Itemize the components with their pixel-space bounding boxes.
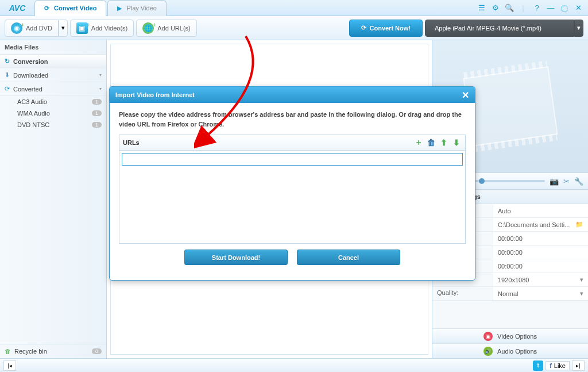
dialog-body: Please copy the video address from brows… [110,103,475,280]
sidebar: Media Files ↻ Conversion ⬇ Downloaded ▾ … [0,40,107,358]
video-options-icon: ▣ [483,332,493,341]
move-up-icon[interactable]: ⬆ [439,137,449,148]
count-badge: 0 [92,348,102,354]
video-icon: ▣+ [76,22,88,34]
urls-label: URLs [123,139,140,146]
count-badge: 1 [92,110,102,116]
url-input[interactable] [122,154,462,165]
sub-label: WMA Audio [17,110,50,117]
add-dvd-button[interactable]: ◉+ Add DVD [5,20,59,37]
sidebar-sub-wma[interactable]: WMA Audio 1 [0,108,106,119]
sidebar-conversion-label: Conversion [13,58,48,65]
snapshot-icon[interactable]: 📷 [550,177,559,186]
titlebar: AVC ⟳ Convert Video ▶ Play Video ☰ ⚙ 🔍 |… [0,0,588,16]
refresh-icon: ⟳ [361,24,366,32]
sidebar-item-conversion[interactable]: ↻ Conversion [0,55,106,68]
add-urls-label: Add URL(s) [157,25,190,32]
import-url-dialog: Import Video from Internet ✕ Please copy… [109,86,475,281]
minimize-icon[interactable]: — [546,3,556,13]
url-list-box: URLs ＋ 🗑 ⬆ ⬇ [119,135,466,244]
start-download-button[interactable]: Start Download! [184,250,288,265]
convert-icon: ⟳ [5,85,10,93]
quality-label: Quality: [432,287,493,300]
dialog-actions: Start Download! Cancel [119,244,466,273]
sidebar-sub-ac3[interactable]: AC3 Audio 1 [0,96,106,108]
setting-value-auto[interactable]: Auto [493,204,588,217]
sidebar-header: Media Files [0,40,106,55]
tool-icon[interactable]: 🔧 [574,177,583,186]
list-icon[interactable]: ☰ [477,3,487,13]
tab-convert-label: Convert Video [54,5,96,11]
play-icon: ▶ [117,5,122,12]
panel-toggle-left[interactable]: |◂ [3,361,16,371]
convert-icon: ⟳ [44,5,49,12]
dialog-description: Please copy the video address from brows… [119,110,466,129]
url-input-wrapper [122,153,463,166]
trash-icon: 🗑 [5,348,11,355]
tab-play-label: Play Video [126,5,156,11]
disc-icon: ◉+ [11,22,22,34]
help-icon[interactable]: ? [532,3,542,13]
move-down-icon[interactable]: ⬇ [451,137,462,148]
add-urls-button[interactable]: 🌐+ Add URL(s) [136,20,196,37]
sidebar-recycle-bin[interactable]: 🗑 Recycle bin 0 [0,344,106,358]
dialog-titlebar: Import Video from Internet ✕ [110,87,475,103]
dialog-close-icon[interactable]: ✕ [462,90,469,101]
setting-value-quality[interactable]: Normal [493,287,588,300]
filmstrip-icon [463,66,558,147]
settings-row-quality: Quality:Normal [432,287,588,301]
facebook-icon: f [550,362,552,369]
recycle-label: Recycle bin [14,348,47,355]
sidebar-converted-label: Converted [13,86,42,93]
cancel-button[interactable]: Cancel [297,250,400,265]
separator: | [518,3,528,13]
output-profile-button[interactable]: Apple iPad Air MPEG-4 Movie (*.mp4) [425,20,574,37]
video-options-button[interactable]: ▣ Video Options [432,328,588,343]
chevron-down-icon: ▾ [99,86,102,91]
tab-play-video[interactable]: ▶ Play Video [107,0,166,16]
settings-icon[interactable]: ⚙ [490,3,501,13]
sidebar-downloaded-label: Downloaded [13,72,48,79]
sidebar-sub-dvd[interactable]: DVD NTSC 1 [0,119,106,131]
dialog-title-text: Import Video from Internet [115,91,195,98]
delete-url-icon[interactable]: 🗑 [426,137,436,148]
facebook-like-button[interactable]: f Like [546,361,570,370]
like-label: Like [554,362,566,369]
audio-options-button[interactable]: 🔊 Audio Options [432,343,588,358]
search-icon[interactable]: 🔍 [504,3,514,13]
video-options-label: Video Options [497,333,537,340]
status-bar: |◂ t f Like ▸| [0,358,588,372]
setting-value-path[interactable]: C:\Documents and Setti...📁 [493,218,588,231]
sidebar-item-downloaded[interactable]: ⬇ Downloaded ▾ [0,68,106,82]
panel-toggle-right[interactable]: ▸| [572,361,585,371]
toolbar: ◉+ Add DVD ▾ ▣+ Add Video(s) 🌐+ Add URL(… [0,16,588,40]
app-logo: AVC [0,3,34,13]
count-badge: 1 [92,99,102,105]
setting-value-time[interactable]: 00:00:00 [493,232,588,245]
sub-label: AC3 Audio [17,98,47,105]
folder-icon[interactable]: 📁 [575,221,583,228]
add-dvd-label: Add DVD [26,25,52,32]
twitter-icon[interactable]: t [533,361,543,371]
url-list-header: URLs ＋ 🗑 ⬆ ⬇ [119,135,465,151]
setting-value-time[interactable]: 00:00:00 [493,259,588,273]
profile-label: Apple iPad Air MPEG-4 Movie (*.mp4) [435,25,541,32]
setting-value-resolution[interactable]: 1920x1080 [493,273,588,286]
count-badge: 1 [92,122,102,128]
tab-convert-video[interactable]: ⟳ Convert Video [34,0,106,16]
convert-now-label: Convert Now! [370,25,411,32]
close-icon[interactable]: ✕ [573,3,583,13]
add-videos-label: Add Video(s) [91,25,127,32]
add-dvd-dropdown[interactable]: ▾ [59,20,68,37]
profile-dropdown[interactable]: ▾ [574,20,583,37]
sub-label: DVD NTSC [17,121,49,128]
chevron-down-icon: ▾ [99,72,102,78]
maximize-icon[interactable]: ▢ [559,3,570,13]
download-icon: ⬇ [5,71,10,79]
add-url-icon[interactable]: ＋ [413,137,424,148]
sidebar-item-converted[interactable]: ⟳ Converted ▾ [0,82,106,96]
cut-icon[interactable]: ✂ [563,177,570,186]
setting-value-time[interactable]: 00:00:00 [493,246,588,259]
add-videos-button[interactable]: ▣+ Add Video(s) [70,20,134,37]
convert-now-button[interactable]: ⟳ Convert Now! [349,20,423,37]
